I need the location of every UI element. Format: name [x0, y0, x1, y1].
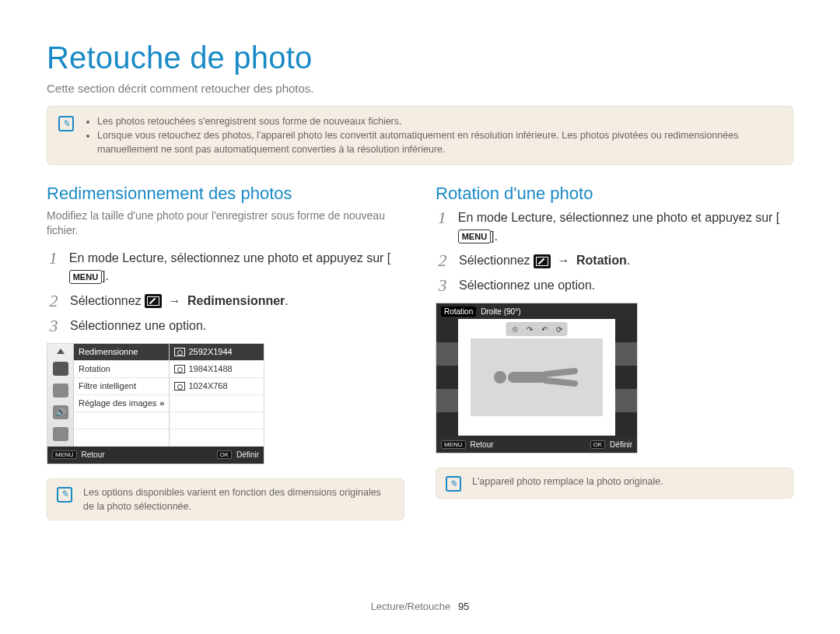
share-icon [53, 384, 68, 398]
edit-icon [534, 254, 551, 268]
footer-section: Lecture/Retouche [371, 601, 451, 612]
edit-icon [53, 362, 68, 376]
arrow-right-icon: → [169, 294, 181, 307]
step: 2 Sélectionnez → Rotation. [436, 251, 793, 270]
step-text: Sélectionnez une option. [459, 276, 595, 295]
footer-back-label: Retour [471, 440, 494, 449]
section-resize: Redimensionnement des photos Modifiez la… [47, 184, 404, 520]
step: 1 En mode Lecture, sélectionnez une phot… [436, 208, 793, 244]
right-foot-note: ✎ L'appareil photo remplace la photo ori… [436, 468, 793, 499]
step-text: . [285, 294, 288, 307]
menu-list-right: 2592X1944 1984X1488 1024X768 [170, 344, 264, 447]
photo-size-icon [174, 348, 185, 356]
rotate-right-icon: ↷ [523, 324, 536, 335]
step-text: Sélectionnez [459, 254, 534, 267]
section-rotate: Rotation d'une photo 1 En mode Lecture, … [436, 184, 793, 520]
step-number: 3 [436, 276, 450, 295]
rotate-off-icon: ⦸ [509, 324, 521, 335]
step-text: En mode Lecture, sélectionnez une photo … [458, 211, 780, 224]
person-silhouette-icon [494, 363, 579, 391]
step-text: Sélectionnez [70, 294, 145, 307]
menu-button-chip: MENU [458, 229, 491, 243]
photo-size-icon [174, 382, 185, 391]
step-target: Redimensionner [187, 294, 285, 307]
ok-chip: OK [590, 440, 606, 449]
step-text: . [627, 254, 630, 267]
rotate-left-icon: ↶ [538, 324, 551, 335]
topbar-value: Droite (90°) [481, 307, 520, 316]
checker-pattern [436, 319, 458, 436]
note-text: Les options disponibles varient en fonct… [83, 485, 394, 513]
footer-page-number: 95 [458, 601, 469, 612]
step: 3 Sélectionnez une option. [436, 276, 793, 295]
top-note: ✎ Les photos retouchées s'enregistrent s… [47, 106, 793, 165]
step-text: Sélectionnez une option. [70, 317, 206, 335]
note-icon: ✎ [57, 487, 72, 503]
arrow-right-icon: → [558, 254, 570, 267]
checker-pattern [615, 319, 637, 436]
camera-sidebar: 🔊 [47, 344, 74, 447]
footer-ok-label: Définir [236, 450, 259, 459]
section-lead: Modifiez la taille d'une photo pour l'en… [47, 208, 404, 238]
camera-footer: MENU Retour OK Définir [436, 436, 637, 453]
step-target: Rotation [576, 254, 627, 267]
camera-menu-screenshot: 🔊 Redimensionne Rotation Filtre intellig… [47, 343, 264, 464]
photo-size-icon [174, 365, 185, 373]
chevron-right-icon: » [159, 398, 164, 408]
menu-item: Réglage des images » [74, 395, 169, 412]
menu-list-left: Redimensionne Rotation Filtre intelligen… [74, 344, 170, 447]
menu-item: Filtre intelligent [74, 378, 169, 395]
step: 2 Sélectionnez → Redimensionner. [47, 292, 404, 310]
step-text: ]. [491, 229, 498, 243]
menu-item: Redimensionne [74, 344, 169, 361]
step: 1 En mode Lecture, sélectionnez une phot… [47, 249, 404, 285]
menu-chip: MENU [441, 440, 466, 449]
step-text: ]. [102, 269, 109, 282]
edit-icon [145, 294, 162, 308]
left-foot-note: ✎ Les options disponibles varient en fon… [47, 478, 404, 520]
menu-chip: MENU [52, 450, 77, 459]
preview-area: ⦸ ↷ ↶ ⟳ [436, 319, 637, 436]
menu-item: 1984X1488 [170, 361, 264, 378]
note-text: L'appareil photo remplace la photo origi… [472, 475, 663, 489]
step-number: 1 [436, 208, 449, 244]
ok-chip: OK [217, 450, 233, 459]
menu-item: Rotation [74, 361, 169, 378]
footer-back-label: Retour [82, 450, 105, 459]
camera-rotation-screenshot: Rotation Droite (90°) ⦸ ↷ ↶ ⟳ [436, 303, 638, 454]
topbar-mode: Rotation [441, 306, 476, 317]
menu-item: 1024X768 [170, 378, 264, 395]
note-icon: ✎ [446, 476, 461, 492]
footer-ok-label: Définir [610, 440, 632, 449]
photo-preview [471, 338, 603, 416]
camera-footer: MENU Retour OK Définir [47, 447, 264, 464]
page-title: Retouche de photo [47, 40, 793, 75]
menu-item: 2592X1944 [170, 344, 264, 361]
page-footer: Lecture/Retouche 95 [0, 601, 840, 612]
note-bullet: Lorsque vous retouchez des photos, l'app… [97, 128, 782, 156]
rotation-options-row: ⦸ ↷ ↶ ⟳ [506, 322, 568, 336]
camera-topbar: Rotation Droite (90°) [436, 303, 637, 319]
rotate-180-icon: ⟳ [553, 324, 565, 335]
section-heading: Rotation d'une photo [436, 184, 793, 204]
sound-icon: 🔊 [53, 405, 68, 419]
display-icon [53, 427, 68, 441]
step-number: 1 [47, 249, 60, 285]
step-number: 2 [47, 292, 61, 310]
step-number: 3 [47, 317, 61, 335]
menu-button-chip: MENU [69, 270, 102, 284]
step: 3 Sélectionnez une option. [47, 317, 404, 335]
page-subtitle: Cette section décrit comment retoucher d… [47, 82, 793, 95]
step-number: 2 [436, 251, 450, 270]
step-text: En mode Lecture, sélectionnez une photo … [69, 251, 391, 264]
chevron-up-icon [57, 349, 65, 354]
note-icon: ✎ [58, 116, 74, 131]
section-heading: Redimensionnement des photos [47, 184, 404, 204]
note-bullet: Les photos retouchées s'enregistrent sou… [97, 114, 782, 128]
